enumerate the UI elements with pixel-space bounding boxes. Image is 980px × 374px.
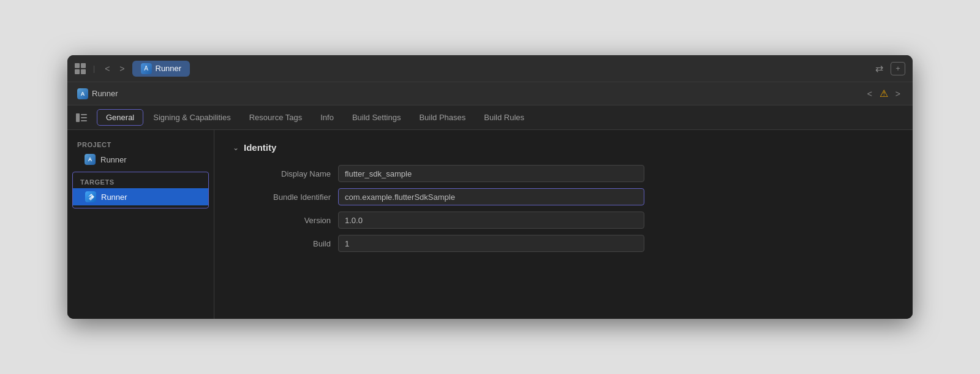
nav-forward-button[interactable]: > [117, 63, 127, 75]
editor-nav-forward-button[interactable]: > [893, 88, 903, 100]
tab-info[interactable]: Info [312, 110, 342, 125]
tab-build-settings[interactable]: Build Settings [344, 110, 410, 125]
flutter-icon [85, 191, 96, 202]
warning-icon: ⚠ [880, 88, 888, 99]
project-section-label: PROJECT [67, 137, 214, 151]
tab-build-rules[interactable]: Build Rules [475, 110, 533, 125]
sidebar-icon [76, 113, 87, 122]
title-bar-left: | < > A Runner [75, 61, 190, 77]
display-name-row: Display Name [233, 165, 894, 182]
sidebar-toggle-button[interactable] [72, 110, 91, 126]
editor-header: A Runner < ⚠ > [67, 82, 913, 105]
main-content: PROJECT A Runner TARGETS Runner [67, 130, 913, 319]
tab-build-phases[interactable]: Build Phases [410, 110, 474, 125]
nav-back-button[interactable]: < [102, 63, 112, 75]
build-label: Build [233, 239, 331, 248]
swap-button[interactable]: ⇄ [875, 63, 883, 74]
project-icon: A [85, 154, 96, 165]
title-bar: | < > A Runner ⇄ + [67, 55, 913, 82]
version-row: Version [233, 212, 894, 229]
editor-nav-back-button[interactable]: < [865, 88, 875, 100]
runner-app-icon: A [77, 88, 88, 99]
editor-header-right: < ⚠ > [865, 88, 903, 100]
app-icon: A [141, 63, 152, 74]
version-input[interactable] [338, 212, 644, 229]
grid-icon [75, 63, 86, 74]
display-name-label: Display Name [233, 169, 331, 178]
bundle-identifier-label: Bundle Identifier [233, 193, 331, 202]
xcode-window: | < > A Runner ⇄ + A Runner < ⚠ > [67, 55, 913, 319]
sidebar-item-runner-target[interactable]: Runner [73, 188, 208, 205]
display-name-input[interactable] [338, 165, 644, 182]
svg-rect-3 [81, 120, 87, 121]
title-bar-right: ⇄ + [875, 62, 905, 75]
section-header: ⌄ Identity [233, 142, 894, 153]
version-label: Version [233, 216, 331, 225]
tab-resource-tags[interactable]: Resource Tags [241, 110, 311, 125]
runner-label: A Runner [77, 88, 118, 99]
active-tab[interactable]: A Runner [132, 61, 190, 77]
sidebar: PROJECT A Runner TARGETS Runner [67, 130, 214, 319]
svg-rect-1 [81, 114, 87, 115]
tab-bar: General Signing & Capabilities Resource … [67, 105, 913, 130]
targets-section-box: TARGETS Runner [72, 172, 209, 208]
bundle-identifier-row: Bundle Identifier [233, 188, 894, 205]
targets-section-label: TARGETS [73, 175, 208, 188]
svg-rect-0 [76, 113, 80, 122]
section-title: Identity [244, 142, 276, 153]
svg-rect-2 [81, 117, 87, 118]
sidebar-item-runner-project[interactable]: A Runner [67, 151, 214, 168]
chevron-icon[interactable]: ⌄ [233, 143, 239, 152]
content-area: ⌄ Identity Display Name Bundle Identifie… [214, 130, 913, 319]
bundle-identifier-input[interactable] [338, 188, 644, 205]
build-input[interactable] [338, 235, 644, 252]
add-editor-button[interactable]: + [891, 62, 905, 75]
tab-general[interactable]: General [97, 109, 143, 126]
tab-signing[interactable]: Signing & Capabilities [145, 110, 239, 125]
build-row: Build [233, 235, 894, 252]
